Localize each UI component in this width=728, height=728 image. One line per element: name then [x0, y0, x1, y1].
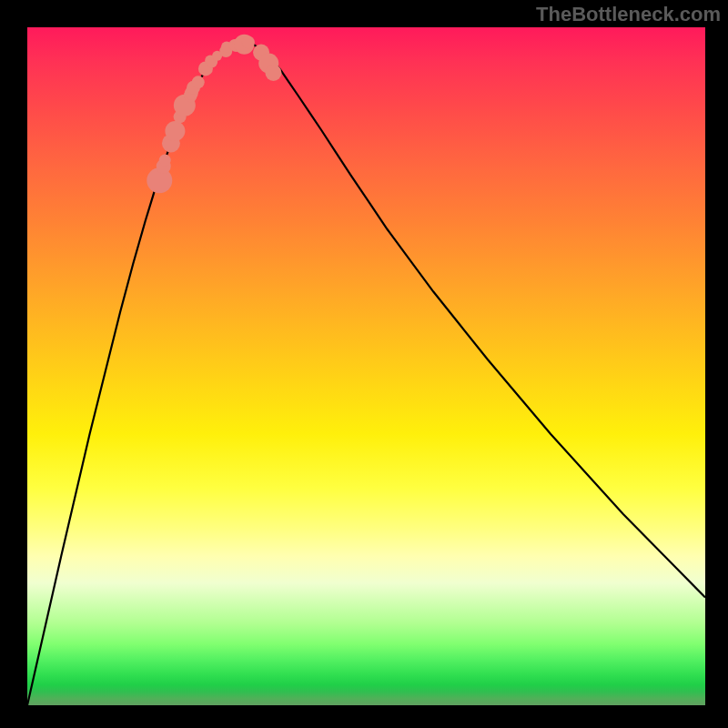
- watermark: TheBottleneck.com: [536, 3, 721, 26]
- chart-svg: [27, 27, 705, 705]
- data-point: [159, 155, 171, 167]
- data-point: [192, 76, 205, 88]
- data-point: [165, 121, 185, 141]
- bottleneck-curve: [27, 42, 705, 705]
- data-point: [265, 65, 281, 81]
- chart-plot-area: [27, 27, 705, 705]
- data-point: [242, 35, 255, 48]
- data-points-group: [147, 35, 281, 194]
